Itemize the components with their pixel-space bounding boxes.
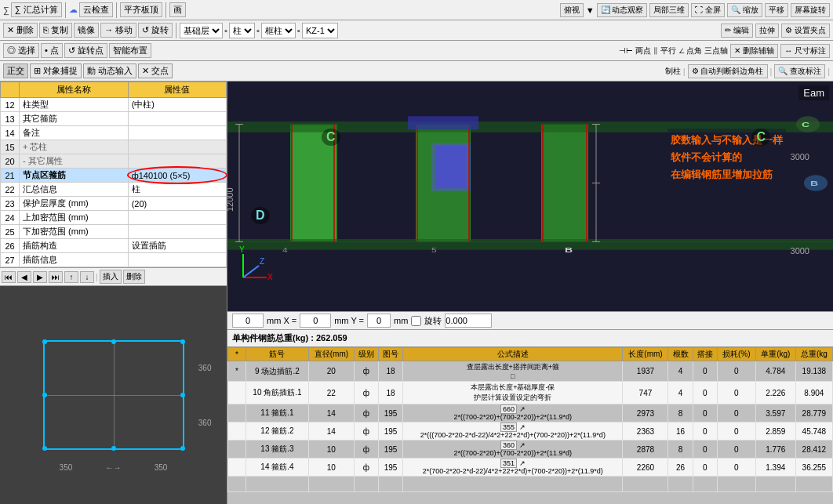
col-unit-header: 单重(kg) xyxy=(755,348,795,361)
cloud-check-button[interactable]: 云检查 xyxy=(79,2,113,17)
svg-text:B: B xyxy=(810,179,819,187)
local-3d-button[interactable]: 局部三维 xyxy=(649,3,689,17)
nav-last-button[interactable]: ⏭ xyxy=(49,271,63,283)
dim-3000-a: 3000 xyxy=(791,152,809,161)
table-row-13[interactable]: 13 箍筋.3 10 ф 195 360 ↗ 2*((700-2*20)+(70… xyxy=(228,441,833,459)
data-table-panel: * 筋号 直径(mm) 级别 图号 公式描述 长度(mm) 根数 搭接 损耗(%… xyxy=(227,347,833,504)
col-grade-header: 级别 xyxy=(354,348,378,361)
select-button[interactable]: ◎ 选择 xyxy=(3,43,39,58)
rotate-input[interactable] xyxy=(445,314,492,328)
move-button[interactable]: → 移动 xyxy=(100,23,136,38)
copy-button[interactable]: ⎘ 复制 xyxy=(39,23,72,38)
mm-value-y[interactable] xyxy=(367,314,391,328)
table-row-11[interactable]: 11 箍筋.1 14 ф 195 660 ↗ 2*((700-2*20)+(70… xyxy=(228,404,833,422)
prop-row-14[interactable]: 14 备注 xyxy=(1,126,227,140)
intersect-button[interactable]: ✕ 交点 xyxy=(138,63,173,78)
weight-bar: 单构件钢筋总重(kg) : 262.059 xyxy=(227,330,833,347)
nav-prev-button[interactable]: ◀ xyxy=(17,271,31,283)
col-total-header: 总重(kg xyxy=(795,348,832,361)
table-row-9[interactable]: * 9 场边插筋.2 20 ф 18 查层露出长度+搭拌间距离+箍□ 1937 … xyxy=(228,361,833,382)
col-overlap-header: 搭接 xyxy=(693,348,717,361)
parallel-label: ∥ 平行 xyxy=(653,45,676,56)
perspective-button[interactable]: 俯视 xyxy=(560,3,584,17)
make-column-label: 制柱 xyxy=(665,66,681,77)
smart-place-button[interactable]: 智能布置 xyxy=(109,43,151,58)
status-bar: mm X = mm Y = mm 旋转 xyxy=(227,311,833,330)
dim-annot-button[interactable]: ↔ 尺寸标注 xyxy=(780,44,830,58)
zoom-button[interactable]: 🔍 缩放 xyxy=(727,3,762,17)
nav-first-button[interactable]: ⏮ xyxy=(2,271,16,283)
col-fignum-header: 图号 xyxy=(379,348,403,361)
nav-up-button[interactable]: ↑ xyxy=(64,271,78,283)
dynamic-input-button[interactable]: 動 动态输入 xyxy=(83,63,136,78)
edit-button[interactable]: ✏ 编辑 xyxy=(721,24,753,38)
element-type-dropdown[interactable]: 柱 xyxy=(229,23,255,38)
dropdown-icon: ▼ xyxy=(586,5,595,15)
prop-row-13[interactable]: 13 其它箍筋 xyxy=(1,112,227,126)
svg-text:B: B xyxy=(565,245,573,254)
svg-rect-23 xyxy=(408,116,478,129)
prop-row-24[interactable]: 24 上加密范围 (mm) xyxy=(1,211,227,225)
nav-delete-button[interactable]: 删除 xyxy=(123,270,145,284)
dim-height-2: 360 xyxy=(198,419,212,427)
coord-x-input[interactable] xyxy=(232,314,264,328)
table-row-10[interactable]: 10 角筋插筋.1 22 ф 18 本层露出长度+基础厚度-保护层计算设置设定的… xyxy=(228,382,833,404)
pan-button[interactable]: 平移 xyxy=(765,3,788,17)
col-rebar-num-header: 筋号 xyxy=(246,348,309,361)
prop-row-21[interactable]: 21 节点区箍筋 ф140100 (5×5) xyxy=(1,169,227,183)
query-mark-button[interactable]: 🔍 查改标注 xyxy=(774,64,825,78)
screen-rotate-button[interactable]: 屏幕旋转 xyxy=(791,3,830,17)
separator-3 xyxy=(166,2,166,18)
rotate-checkbox[interactable] xyxy=(411,316,421,326)
toolbar-row-3: ◎ 选择 • 点 ↺ 旋转点 智能布置 ⊣⊢ 两点 ∥ 平行 ∠ 点角 三点轴 … xyxy=(0,41,833,61)
axes-svg: X Y Z xyxy=(235,246,275,285)
rotate-label: 旋转 xyxy=(424,315,442,327)
3d-view-canvas[interactable]: 4 5 B B C 胶数输入与不输入是一样 软件不会计算的 在编辑钢筋里增加拉筋 xyxy=(227,82,833,311)
element-id-dropdown[interactable]: KZ-1 xyxy=(302,23,338,38)
table-row-14[interactable]: 14 箍筋.4 10 ф 195 351 ↗ 2*(700-2*20-2*d-2… xyxy=(228,459,833,477)
fullscreen-button[interactable]: ⛶ 全屏 xyxy=(691,3,725,17)
auto-judge-button[interactable]: ⚙ 自动判断斜边角柱 xyxy=(688,64,768,78)
calc-button[interactable]: ∑ 汇总计算 xyxy=(11,2,62,17)
prop-row-15[interactable]: 15 + 芯柱 xyxy=(1,140,227,154)
nav-down-button[interactable]: ↓ xyxy=(80,271,94,283)
draw-button[interactable]: 画 xyxy=(169,2,186,17)
align-board-button[interactable]: 平齐板顶 xyxy=(120,2,162,17)
nav-insert-button[interactable]: 插入 xyxy=(100,270,122,284)
stretch-button[interactable]: 拉伸 xyxy=(755,24,779,38)
cross-section-diagram: 350 ←→ 350 360 360 xyxy=(35,332,192,458)
svg-text:X: X xyxy=(267,273,273,281)
rotate-point-button[interactable]: ↺ 旋转点 xyxy=(64,43,107,58)
element-subtype-dropdown[interactable]: 框柱 xyxy=(261,23,296,38)
prop-row-27[interactable]: 27 插筋信息 xyxy=(1,253,227,267)
delete-aux-button[interactable]: ✕ 删除辅轴 xyxy=(730,44,778,58)
set-grip-button[interactable]: ⚙ 设置夹点 xyxy=(781,24,830,38)
mm-label-x: mm X = xyxy=(267,316,296,325)
dynamic-view-button[interactable]: 🔄 动态观察 xyxy=(597,3,648,17)
prop-row-23[interactable]: 23 保护层厚度 (mm) (20) xyxy=(1,197,227,211)
mirror-button[interactable]: 镜像 xyxy=(74,23,99,38)
point-button[interactable]: • 点 xyxy=(41,43,63,58)
separator-2 xyxy=(116,2,117,18)
separator-1 xyxy=(65,2,66,18)
table-row-12[interactable]: 12 箍筋.2 14 ф 195 355 ↗ 2*(((700-2*20-2*d… xyxy=(228,422,833,441)
prop-row-12[interactable]: 12 柱类型 (中柱) xyxy=(1,98,227,112)
prop-row-26[interactable]: 26 插筋构造 设置插筋 xyxy=(1,239,227,253)
ortho-button[interactable]: 正交 xyxy=(3,63,28,78)
data-table-scroll[interactable]: * 筋号 直径(mm) 级别 图号 公式描述 长度(mm) 根数 搭接 损耗(%… xyxy=(227,347,833,504)
table-row-15[interactable] xyxy=(228,477,833,492)
coord-y-input[interactable] xyxy=(300,314,331,328)
toolbar-row-1: ∑ ∑ 汇总计算 ☁ 云检查 平齐板顶 画 俯视 ▼ 🔄 动态观察 局部三维 ⛶… xyxy=(0,0,833,20)
nav-next-button[interactable]: ▶ xyxy=(33,271,47,283)
col-len-header: 长度(mm) xyxy=(623,348,668,361)
layer-dropdown[interactable]: 基础层 xyxy=(180,23,223,38)
two-point-label: ⊣⊢ 两点 xyxy=(619,45,651,56)
object-snap-button[interactable]: ⊞ 对象捕捉 xyxy=(30,63,82,78)
annotation-line-3: 在编辑钢筋里增加拉筋 xyxy=(671,166,783,183)
prop-row-22[interactable]: 22 汇总信息 柱 xyxy=(1,183,227,197)
rotate-button[interactable]: ↺ 旋转 xyxy=(138,23,173,38)
prop-row-20[interactable]: 20 - 其它属性 xyxy=(1,154,227,169)
delete-button[interactable]: ✕ 删除 xyxy=(3,23,38,38)
prop-row-25[interactable]: 25 下加密范围 (mm) xyxy=(1,225,227,239)
properties-scroll[interactable]: 属性名称 属性值 12 柱类型 (中柱) 13 其它箍筋 xyxy=(0,82,227,267)
